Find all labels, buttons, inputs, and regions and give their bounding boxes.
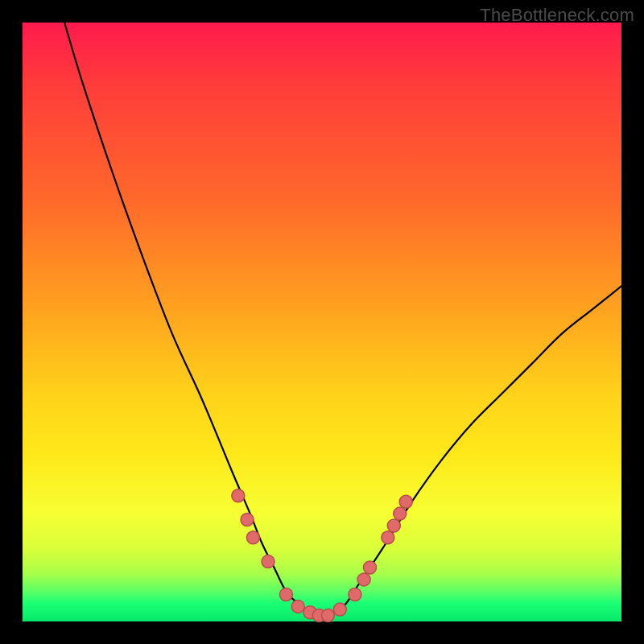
curve-marker <box>357 573 370 586</box>
curve-marker <box>232 489 245 502</box>
watermark-text: TheBottleneck.com <box>480 5 634 26</box>
curve-marker <box>399 495 412 508</box>
curve-svg <box>23 23 621 621</box>
chart-stage: TheBottleneck.com <box>0 0 644 644</box>
curve-marker <box>364 561 377 574</box>
curve-marker <box>394 507 407 520</box>
curve-marker <box>241 514 254 526</box>
curve-marker <box>291 600 304 613</box>
curve-marker <box>262 555 275 568</box>
curve-marker <box>349 588 361 601</box>
curve-marker <box>279 588 292 601</box>
marker-group <box>232 489 412 622</box>
plot-area <box>23 23 621 621</box>
curve-marker <box>246 531 259 544</box>
curve-marker <box>333 603 346 616</box>
curve-marker <box>387 519 400 532</box>
bottleneck-curve-path <box>64 23 621 616</box>
curve-marker <box>382 531 394 544</box>
curve-marker <box>321 609 334 622</box>
